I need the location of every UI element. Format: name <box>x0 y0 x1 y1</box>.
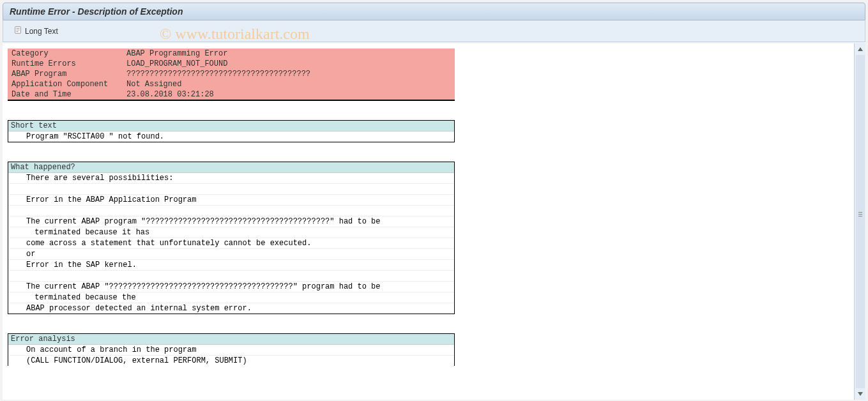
long-text-button[interactable]: Long Text <box>10 24 62 38</box>
summary-label: ABAP Program <box>8 69 123 79</box>
text-line: terminated because the <box>8 292 454 303</box>
summary-value: ???????????????????????????????????????? <box>123 69 455 79</box>
what-happened-header: What happened? <box>8 162 454 173</box>
text-line: The current ABAP "??????????????????????… <box>8 282 454 292</box>
text-line: On account of a branch in the program <box>8 345 454 356</box>
summary-row: Date and Time23.08.2018 03:21:28 <box>8 89 455 100</box>
document-icon <box>13 26 22 36</box>
what-happened-section: What happened? There are several possibi… <box>8 162 455 314</box>
text-line: (CALL FUNCTION/DIALOG, external PERFORM,… <box>8 356 454 366</box>
long-text-label: Long Text <box>25 27 58 36</box>
scroll-up-arrow[interactable] <box>856 45 865 54</box>
text-line: ABAP processor detected an internal syst… <box>8 303 454 314</box>
scroll-grip-icon[interactable] <box>857 205 864 224</box>
short-text-body: Program "RSCITA00 " not found. <box>8 132 454 142</box>
main-content: CategoryABAP Programming ErrorRuntime Er… <box>3 43 854 400</box>
summary-row: Runtime ErrorsLOAD_PROGRAM_NOT_FOUND <box>8 59 455 69</box>
what-happened-body: There are several possibilities: Error i… <box>8 173 454 314</box>
text-line: The current ABAP program "??????????????… <box>8 216 454 227</box>
error-analysis-section: Error analysis On account of a branch in… <box>8 333 455 366</box>
summary-label: Application Component <box>8 79 123 89</box>
summary-label: Date and Time <box>8 89 123 100</box>
text-line: terminated because it has <box>8 227 454 238</box>
summary-value: Not Assigned <box>123 79 455 89</box>
summary-value: LOAD_PROGRAM_NOT_FOUND <box>123 59 455 69</box>
summary-table: CategoryABAP Programming ErrorRuntime Er… <box>8 49 455 101</box>
summary-label: Runtime Errors <box>8 59 123 69</box>
text-line <box>8 206 454 216</box>
text-line: Error in the ABAP Application Program <box>8 195 454 206</box>
text-line: Program "RSCITA00 " not found. <box>8 132 454 142</box>
scroll-track[interactable] <box>856 55 865 388</box>
text-line <box>8 271 454 282</box>
short-text-header: Short text <box>8 121 454 132</box>
summary-value: ABAP Programming Error <box>123 49 455 59</box>
error-analysis-body: On account of a branch in the program(CA… <box>8 345 454 366</box>
text-line: or <box>8 249 454 260</box>
text-line: Error in the SAP kernel. <box>8 260 454 271</box>
summary-row: CategoryABAP Programming Error <box>8 49 455 59</box>
summary-row: ABAP Program????????????????????????????… <box>8 69 455 79</box>
summary-row: Application ComponentNot Assigned <box>8 79 455 89</box>
page-title: Runtime Error - Description of Exception <box>10 6 183 17</box>
summary-value: 23.08.2018 03:21:28 <box>123 89 455 100</box>
toolbar: Long Text <box>3 20 865 42</box>
text-line: There are several possibilities: <box>8 173 454 184</box>
text-line: come across a statement that unfortunate… <box>8 238 454 249</box>
error-analysis-header: Error analysis <box>8 334 454 345</box>
text-line <box>8 184 454 195</box>
scroll-down-arrow[interactable] <box>856 390 865 398</box>
vertical-scrollbar[interactable] <box>854 43 865 400</box>
title-bar: Runtime Error - Description of Exception <box>3 3 865 20</box>
summary-label: Category <box>8 49 123 59</box>
content-area: CategoryABAP Programming ErrorRuntime Er… <box>3 43 865 400</box>
short-text-section: Short text Program "RSCITA00 " not found… <box>8 120 455 142</box>
